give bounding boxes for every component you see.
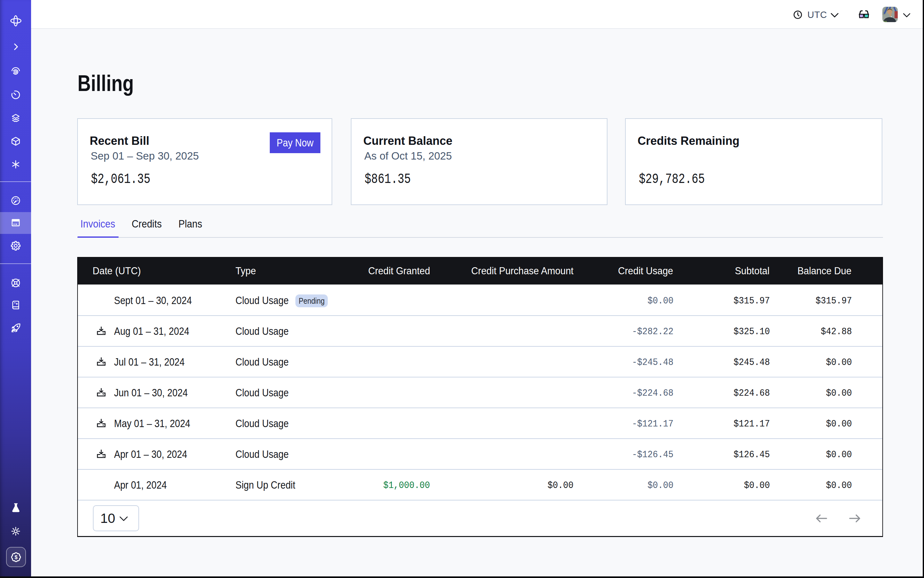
svg-text:$: $ [15, 554, 17, 560]
